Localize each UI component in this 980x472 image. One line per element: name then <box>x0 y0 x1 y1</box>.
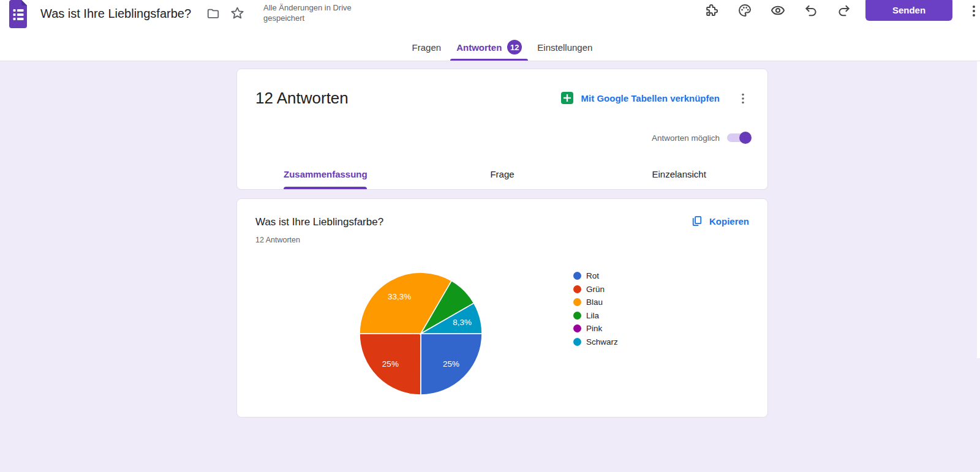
star-button[interactable] <box>227 3 247 23</box>
legend-color-dot <box>573 272 581 280</box>
subtab-label: Zusammenfassung <box>284 169 368 179</box>
extensions-button[interactable] <box>701 1 721 20</box>
google-sheets-icon <box>560 91 574 105</box>
summary-more-options-button[interactable] <box>733 89 753 108</box>
pie-slice-percentage-label: 8,3% <box>453 318 472 327</box>
undo-icon <box>804 3 818 18</box>
chart-legend: RotGrünBlauLilaPinkSchwarz <box>573 269 618 348</box>
toggle-knob <box>739 132 752 144</box>
send-button[interactable]: Senden <box>865 0 952 21</box>
summary-subtabs: Zusammenfassung Frage Einzelansicht <box>237 159 767 189</box>
preview-button[interactable] <box>768 1 788 20</box>
more-vert-icon <box>967 4 980 18</box>
responses-summary-card: 12 Antworten Mit Google Tabellen verknüp… <box>236 69 768 190</box>
legend-item-pink: Pink <box>573 322 618 335</box>
legend-color-dot <box>573 298 581 306</box>
undo-button[interactable] <box>801 1 821 20</box>
legend-color-dot <box>573 312 581 320</box>
legend-label: Schwarz <box>586 337 618 347</box>
subtab-frage[interactable]: Frage <box>414 159 591 189</box>
pie-slice-percentage-label: 25% <box>382 359 399 369</box>
question-response-count: 12 Antworten <box>255 236 300 244</box>
accepting-responses-label: Antworten möglich <box>652 133 720 143</box>
pie-slice-percentage-label: 25% <box>443 359 459 369</box>
legend-item-blau: Blau <box>573 296 618 309</box>
star-icon <box>230 6 245 21</box>
app-header: Was ist Ihre Lieblingsfarbe? Alle Änderu… <box>0 0 980 61</box>
legend-color-dot <box>573 324 581 332</box>
more-vert-icon <box>736 92 750 105</box>
legend-label: Grün <box>586 285 605 294</box>
header-more-options-button[interactable] <box>964 1 980 21</box>
theme-button[interactable] <box>735 1 755 20</box>
active-subtab-underline <box>284 187 367 189</box>
tab-label: Einstellungen <box>537 42 592 53</box>
accepting-responses-toggle[interactable] <box>727 132 752 144</box>
pie-chart: 25%25%33,3%8,3% <box>358 271 483 396</box>
pie-slice-percentage-label: 33,3% <box>388 292 411 301</box>
legend-label: Lila <box>586 311 599 320</box>
legend-item-schwarz: Schwarz <box>573 335 618 349</box>
folder-icon <box>206 7 220 20</box>
subtab-einzelansicht[interactable]: Einzelansicht <box>590 159 767 189</box>
copy-icon <box>691 215 703 227</box>
extensions-puzzle-icon <box>704 3 718 18</box>
question-title: Was ist Ihre Lieblingsfarbe? <box>255 216 383 228</box>
vertical-scrollbar[interactable] <box>977 61 980 358</box>
legend-item-lila: Lila <box>573 309 618 323</box>
active-tab-underline <box>450 59 528 61</box>
legend-item-grün: Grün <box>573 283 618 296</box>
legend-item-rot: Rot <box>573 269 618 283</box>
tab-label: Antworten <box>456 42 502 53</box>
legend-label: Rot <box>586 271 599 280</box>
tab-fragen[interactable]: Fragen <box>406 34 448 61</box>
legend-color-dot <box>573 285 581 293</box>
tab-einstellungen[interactable]: Einstellungen <box>531 34 598 61</box>
sheets-link-label: Mit Google Tabellen verknüpfen <box>581 93 720 103</box>
legend-label: Blau <box>586 298 603 307</box>
tab-label: Fragen <box>412 42 442 53</box>
google-forms-logo-icon[interactable] <box>6 0 29 28</box>
subtab-zusammenfassung[interactable]: Zusammenfassung <box>237 159 414 189</box>
main-tabs: Fragen Antworten 12 Einstellungen <box>12 34 980 61</box>
responses-heading: 12 Antworten <box>255 89 349 108</box>
response-count-badge: 12 <box>507 40 522 54</box>
save-status: Alle Änderungen in Drive gespeichert <box>263 3 369 23</box>
subtab-label: Frage <box>490 169 514 179</box>
redo-icon <box>837 3 851 18</box>
legend-color-dot <box>573 338 581 346</box>
tab-antworten[interactable]: Antworten 12 <box>450 34 528 61</box>
question-chart-card: Was ist Ihre Lieblingsfarbe? Kopieren 12… <box>236 198 768 418</box>
move-folder-button[interactable] <box>203 4 223 23</box>
form-title[interactable]: Was ist Ihre Lieblingsfarbe? <box>40 0 191 28</box>
link-to-sheets-button[interactable]: Mit Google Tabellen verknüpfen <box>560 91 720 105</box>
redo-button[interactable] <box>834 1 854 20</box>
subtab-label: Einzelansicht <box>652 169 706 179</box>
copy-chart-button[interactable]: Kopieren <box>691 215 749 227</box>
legend-label: Pink <box>586 324 602 333</box>
preview-eye-icon <box>771 3 785 18</box>
copy-label: Kopieren <box>709 216 749 227</box>
palette-icon <box>737 3 752 18</box>
accepting-responses-row: Antworten möglich <box>652 132 752 144</box>
